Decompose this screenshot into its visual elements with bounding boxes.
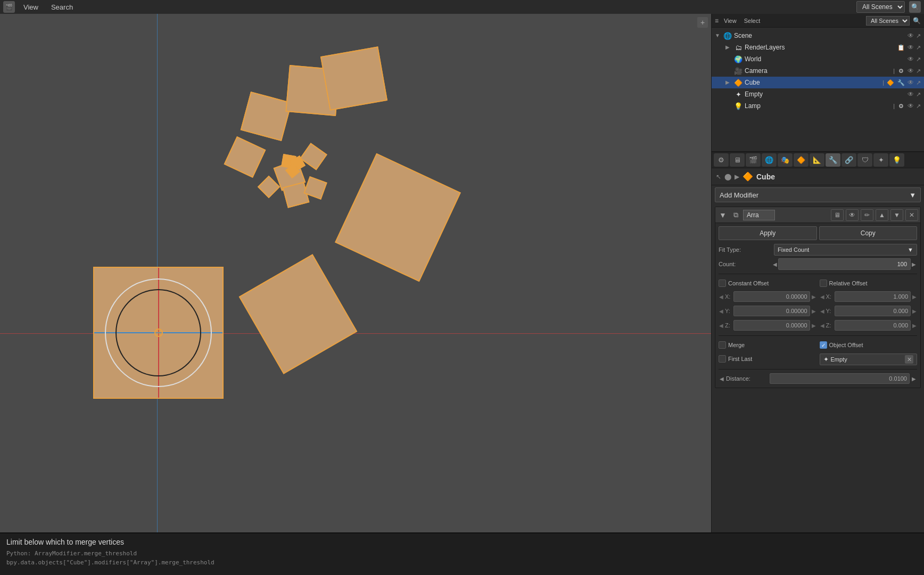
object-offset-row: ✓ Object Offset bbox=[820, 339, 918, 351]
tab-world[interactable]: 🌐 bbox=[762, 153, 777, 167]
empty-field[interactable]: ✦ Empty ✕ bbox=[820, 354, 918, 365]
const-z-right[interactable]: ▶ bbox=[811, 323, 816, 328]
tab-renderlayers[interactable]: 🎬 bbox=[746, 153, 761, 167]
rel-x-right[interactable]: ▶ bbox=[912, 294, 917, 300]
rel-x-field[interactable]: 1.000 bbox=[835, 291, 911, 302]
modifier-collapse-toggle[interactable]: ▼ bbox=[717, 211, 728, 219]
merge-checkbox[interactable] bbox=[719, 341, 726, 349]
apply-button[interactable]: Apply bbox=[719, 226, 817, 240]
cube-arrow[interactable]: ↗ bbox=[916, 79, 921, 86]
search-icon[interactable]: 🔍 bbox=[909, 1, 921, 13]
fit-type-dropdown[interactable]: Fixed Count ▼ bbox=[774, 244, 917, 256]
renderlayers-arrow[interactable]: ↗ bbox=[916, 44, 921, 51]
modifier-edit-btn[interactable]: ✏ bbox=[861, 209, 873, 221]
expand-renderlayers[interactable]: ▶ bbox=[725, 44, 732, 51]
count-right-arrow[interactable]: ▶ bbox=[911, 261, 917, 267]
expand-camera bbox=[725, 68, 732, 74]
scene-arrow[interactable]: ↗ bbox=[916, 32, 921, 39]
tab-physics[interactable]: ✦ bbox=[873, 153, 888, 167]
count-field[interactable]: 100 bbox=[778, 258, 911, 270]
copy-button[interactable]: Copy bbox=[819, 226, 918, 240]
const-x-field[interactable]: 0.00000 bbox=[733, 291, 810, 302]
rel-y-left[interactable]: ◀ bbox=[820, 308, 825, 314]
camera-eye[interactable]: 👁 bbox=[908, 67, 914, 75]
count-left-arrow[interactable]: ◀ bbox=[772, 261, 778, 267]
outliner-tree: ▼ 🌐 Scene 👁 ↗ ▶ 🗂 RenderLayers 📋 👁 ↗ bbox=[712, 28, 924, 114]
tab-data[interactable]: 🔗 bbox=[842, 153, 856, 167]
tab-object[interactable]: 🎭 bbox=[778, 153, 793, 167]
viewport[interactable]: + bbox=[0, 14, 711, 532]
main-selected-cube[interactable] bbox=[93, 267, 224, 399]
const-x-right[interactable]: ▶ bbox=[811, 294, 816, 300]
lamp-label: Lamp bbox=[745, 102, 891, 110]
tab-scene[interactable]: ⚙ bbox=[714, 153, 729, 167]
rel-z-field[interactable]: 0.000 bbox=[835, 320, 911, 331]
world-arrow[interactable]: ↗ bbox=[916, 56, 921, 63]
distance-field[interactable]: 0.0100 bbox=[770, 373, 910, 384]
const-y-field[interactable]: 0.00000 bbox=[733, 306, 810, 316]
cube-extra-2: 🔧 bbox=[897, 78, 905, 87]
search-menu[interactable]: Search bbox=[47, 2, 77, 12]
tree-item-world[interactable]: 🌍 World 👁 ↗ bbox=[712, 53, 924, 65]
tree-item-cube[interactable]: ▶ 🔶 Cube | 🔶 🔧 👁 ↗ bbox=[712, 77, 924, 88]
const-z-left[interactable]: ◀ bbox=[719, 323, 724, 328]
merge-row-inner: Merge bbox=[719, 339, 816, 351]
const-y-left[interactable]: ◀ bbox=[719, 308, 724, 314]
modifier-down-btn[interactable]: ▼ bbox=[890, 209, 903, 221]
rel-z-right[interactable]: ▶ bbox=[912, 323, 917, 328]
tree-item-lamp[interactable]: 💡 Lamp | ⚙ 👁 ↗ bbox=[712, 100, 924, 112]
fit-type-row: Fit Type: Fixed Count ▼ bbox=[719, 243, 917, 256]
tree-item-camera[interactable]: 🎥 Camera | ⚙ 👁 ↗ bbox=[712, 65, 924, 77]
add-modifier-button[interactable]: Add Modifier ▼ bbox=[715, 187, 921, 202]
modifier-eye-btn[interactable]: 👁 bbox=[846, 209, 859, 221]
object-offset-label: Object Offset bbox=[829, 342, 863, 348]
outliner-filter[interactable]: All Scenes bbox=[866, 16, 910, 26]
rel-x-left[interactable]: ◀ bbox=[820, 294, 825, 300]
relative-offset-checkbox[interactable] bbox=[820, 280, 827, 287]
tab-constraints[interactable]: 📐 bbox=[810, 153, 824, 167]
renderlayers-eye[interactable]: 👁 bbox=[908, 44, 914, 51]
search-icon-outliner[interactable]: 🔍 bbox=[913, 17, 921, 24]
tab-modifiers[interactable]: 🔧 bbox=[826, 153, 840, 167]
lamp-arrow[interactable]: ↗ bbox=[916, 103, 921, 110]
const-x-left[interactable]: ◀ bbox=[719, 294, 724, 300]
cube-eye[interactable]: 👁 bbox=[908, 79, 914, 86]
scene-select[interactable]: All Scenes bbox=[856, 1, 905, 13]
tab-render[interactable]: 🖥 bbox=[730, 153, 745, 167]
rel-y-right[interactable]: ▶ bbox=[912, 308, 917, 314]
tab-particles[interactable]: 🛡 bbox=[857, 153, 872, 167]
fit-type-label: Fit Type: bbox=[719, 247, 772, 253]
view-btn[interactable]: View bbox=[722, 17, 739, 24]
const-y-right[interactable]: ▶ bbox=[811, 308, 816, 314]
tab-mesh[interactable]: 🔶 bbox=[794, 153, 808, 167]
const-z-field[interactable]: 0.00000 bbox=[733, 320, 810, 331]
modifier-name-input[interactable] bbox=[743, 210, 775, 220]
constant-offset-checkbox[interactable] bbox=[719, 280, 726, 287]
modifier-render-btn[interactable]: 🖥 bbox=[831, 209, 844, 221]
dist-left-arrow[interactable]: ◀ bbox=[719, 376, 725, 382]
world-eye[interactable]: 👁 bbox=[908, 55, 914, 63]
select-btn[interactable]: Select bbox=[742, 17, 763, 24]
expand-scene[interactable]: ▼ bbox=[715, 32, 721, 39]
view-menu[interactable]: View bbox=[19, 2, 43, 12]
divider-2 bbox=[719, 335, 917, 336]
tree-item-renderlayers[interactable]: ▶ 🗂 RenderLayers 📋 👁 ↗ bbox=[712, 42, 924, 53]
empty-eye[interactable]: 👁 bbox=[908, 91, 914, 98]
tree-item-empty[interactable]: ✦ Empty 👁 ↗ bbox=[712, 88, 924, 100]
camera-arrow[interactable]: ↗ bbox=[916, 68, 921, 75]
dist-right-arrow[interactable]: ▶ bbox=[911, 376, 917, 382]
rel-y-field[interactable]: 0.000 bbox=[835, 306, 911, 316]
scene-eye[interactable]: 👁 bbox=[908, 32, 914, 39]
empty-field-clear-button[interactable]: ✕ bbox=[905, 355, 913, 364]
first-last-checkbox[interactable] bbox=[719, 355, 726, 363]
modifier-delete-btn[interactable]: ✕ bbox=[905, 209, 918, 221]
modifier-up-btn[interactable]: ▲ bbox=[876, 209, 888, 221]
rel-z-left[interactable]: ◀ bbox=[820, 323, 825, 328]
empty-arrow[interactable]: ↗ bbox=[916, 91, 921, 98]
expand-viewport-button[interactable]: + bbox=[697, 17, 708, 28]
lamp-eye[interactable]: 👁 bbox=[908, 102, 914, 110]
object-offset-checkbox[interactable]: ✓ bbox=[820, 341, 827, 349]
expand-cube[interactable]: ▶ bbox=[725, 79, 732, 86]
tab-materials[interactable]: 💡 bbox=[889, 153, 904, 167]
tree-item-scene[interactable]: ▼ 🌐 Scene 👁 ↗ bbox=[712, 30, 924, 42]
